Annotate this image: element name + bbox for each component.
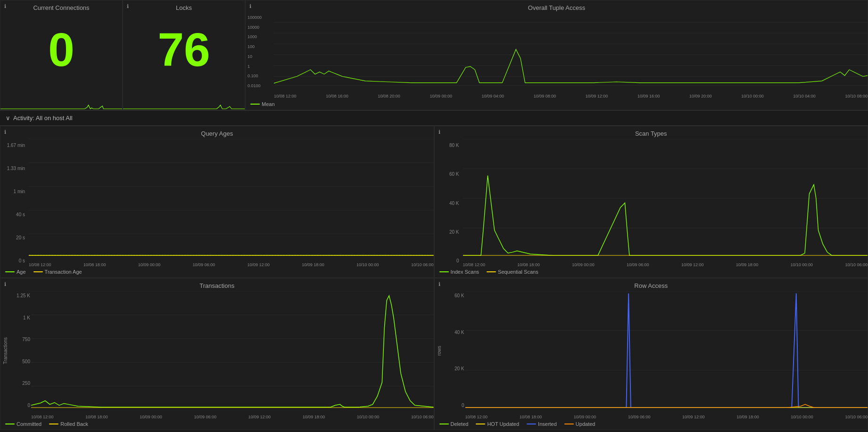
tuple-legend: Mean	[246, 99, 868, 110]
locks-title: Locks	[123, 0, 245, 13]
mean-icon	[250, 104, 260, 105]
rows-y-label: rows	[435, 291, 444, 410]
connections-mini-chart	[0, 86, 122, 110]
overall-tuple-panel: ℹ Overall Tuple Access 100000 10000 1000…	[245, 0, 868, 110]
deleted-icon	[439, 424, 449, 424]
query-ages-y-axis: 1.67 min 1.33 min 1 min 40 s 20 s 0 s	[0, 139, 29, 267]
row-access-x-axis: 10/08 12:00 10/08 18:00 10/09 00:00 10/0…	[465, 415, 868, 419]
rolled-back-legend: Rolled Back	[49, 421, 88, 427]
updated-icon	[564, 424, 574, 424]
committed-label: Committed	[17, 421, 41, 427]
transactions-chart: Transactions 1.25 K 1 K 750 500 250 0	[0, 291, 434, 419]
sequential-scans-legend: Sequential Scans	[487, 269, 538, 275]
transactions-info-icon[interactable]: ℹ	[4, 281, 6, 287]
bottom-rows: ℹ Query Ages 1.67 min 1.33 min 1 min 40 …	[0, 126, 868, 430]
locks-value: 76	[123, 13, 245, 86]
tuple-title: Overall Tuple Access	[246, 0, 868, 13]
age-icon	[5, 271, 15, 272]
tuple-y-axis: 100000 10000 1000 100 10 1 0.100 0.0100	[246, 13, 274, 90]
transactions-y-axis: 1.25 K 1 K 750 500 250 0	[10, 291, 31, 410]
inserted-label: Inserted	[538, 421, 557, 427]
row-access-info-icon[interactable]: ℹ	[438, 281, 440, 287]
locks-mini-chart	[123, 86, 245, 110]
tuple-info-icon[interactable]: ℹ	[249, 3, 251, 9]
scan-types-title: Scan Types	[435, 126, 868, 139]
query-ages-info-icon[interactable]: ℹ	[4, 129, 6, 135]
connections-panel: ℹ Current Connections 0	[0, 0, 123, 110]
deleted-label: Deleted	[451, 421, 469, 427]
mean-label: Mean	[262, 101, 275, 107]
query-ages-chart: 1.67 min 1.33 min 1 min 40 s 20 s 0 s	[0, 139, 434, 267]
chart-row-2: ℹ Transactions Transactions 1.25 K 1 K 7…	[0, 278, 868, 430]
row-access-chart: rows 60 K 40 K 20 K 0	[435, 291, 868, 419]
query-ages-title: Query Ages	[0, 126, 434, 139]
chart-row-1: ℹ Query Ages 1.67 min 1.33 min 1 min 40 …	[0, 126, 868, 278]
scan-types-y-axis: 80 K 60 K 40 K 20 K 0	[435, 139, 463, 267]
activity-title: Activity: All on host All	[13, 114, 73, 122]
locks-info-icon[interactable]: ℹ	[127, 3, 129, 9]
hot-updated-label: HOT Updated	[487, 421, 519, 427]
deleted-legend: Deleted	[439, 421, 469, 427]
query-ages-panel: ℹ Query Ages 1.67 min 1.33 min 1 min 40 …	[0, 126, 434, 278]
age-legend: Age	[5, 269, 26, 275]
transactions-legend: Committed Rolled Back	[0, 419, 434, 430]
query-ages-x-axis: 10/08 12:00 10/08 18:00 10/09 00:00 10/0…	[29, 262, 434, 267]
scan-types-panel: ℹ Scan Types 80 K 60 K 40 K 20 K 0	[434, 126, 868, 278]
transaction-age-label: Transaction Age	[45, 269, 82, 275]
index-scans-label: Index Scans	[451, 269, 479, 275]
tuple-legend-mean: Mean	[250, 101, 275, 107]
updated-label: Updated	[576, 421, 595, 427]
transaction-age-icon	[33, 271, 43, 272]
row-access-y-axis: 60 K 40 K 20 K 0	[444, 291, 465, 410]
row-access-title: Row Access	[435, 278, 868, 291]
committed-icon	[5, 424, 15, 424]
activity-header: ∨ Activity: All on host All	[0, 111, 868, 126]
committed-legend: Committed	[5, 421, 41, 427]
sequential-scans-label: Sequential Scans	[498, 269, 538, 275]
transactions-title: Transactions	[0, 278, 434, 291]
scan-types-info-icon[interactable]: ℹ	[438, 129, 440, 135]
transactions-y-label: Transactions	[0, 291, 10, 410]
connections-info-icon[interactable]: ℹ	[4, 3, 6, 9]
updated-legend: Updated	[564, 421, 595, 427]
scan-types-chart: 80 K 60 K 40 K 20 K 0	[435, 139, 868, 267]
inserted-icon	[527, 424, 536, 424]
rolled-back-label: Rolled Back	[60, 421, 88, 427]
connections-title: Current Connections	[0, 0, 122, 13]
transaction-age-legend: Transaction Age	[33, 269, 82, 275]
activity-collapse-icon[interactable]: ∨	[6, 114, 10, 122]
sequential-scans-icon	[487, 271, 496, 272]
hot-updated-icon	[476, 424, 485, 424]
connections-value: 0	[0, 13, 122, 86]
transactions-x-axis: 10/08 12:00 10/08 18:00 10/09 00:00 10/0…	[31, 415, 434, 419]
scan-types-x-axis: 10/08 12:00 10/08 18:00 10/09 00:00 10/0…	[463, 262, 868, 267]
hot-updated-legend: HOT Updated	[476, 421, 519, 427]
tuple-chart-area: 100000 10000 1000 100 10 1 0.100 0.0100	[246, 13, 868, 99]
inserted-legend: Inserted	[527, 421, 557, 427]
age-label: Age	[17, 269, 26, 275]
locks-panel: ℹ Locks 76	[123, 0, 245, 110]
index-scans-legend: Index Scans	[439, 269, 479, 275]
scan-types-legend: Index Scans Sequential Scans	[435, 267, 868, 277]
transactions-panel: ℹ Transactions Transactions 1.25 K 1 K 7…	[0, 278, 434, 430]
row-access-legend: Deleted HOT Updated Inserted Updated	[435, 419, 868, 430]
query-ages-legend: Age Transaction Age	[0, 267, 434, 277]
rolled-back-icon	[49, 424, 58, 424]
tuple-x-axis: 10/08 12:00 10/08 16:00 10/08 20:00 10/0…	[274, 93, 868, 99]
row-access-panel: ℹ Row Access rows 60 K 40 K 20 K 0	[434, 278, 868, 430]
index-scans-icon	[439, 271, 449, 272]
